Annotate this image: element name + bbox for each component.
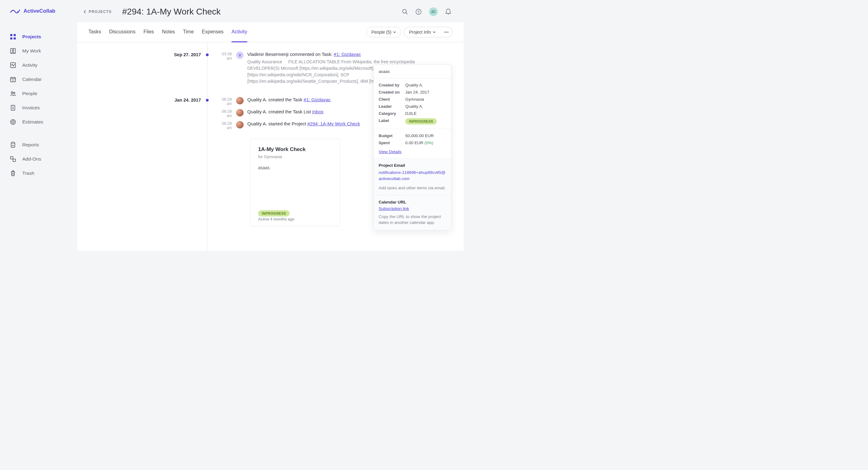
event-link[interactable]: Inbox (312, 109, 323, 114)
breadcrumb[interactable]: PROJECTS (84, 9, 112, 14)
project-email[interactable]: notifications-118696+ahup89cv85@activeco… (379, 170, 446, 182)
info-key-spent: Spent (379, 140, 405, 145)
project-card-label: INPROGRESS (258, 210, 290, 216)
nav-item-calendar[interactable]: 25Calendar (10, 72, 77, 87)
event-link[interactable]: #1: Gizdavac (334, 52, 361, 57)
svg-point-34 (444, 32, 445, 32)
nav-item-invoices[interactable]: $Invoices (10, 101, 77, 115)
svg-point-35 (446, 32, 447, 32)
info-val-budget: 50,000.00 EUR (405, 133, 446, 138)
bell-icon[interactable] (445, 8, 451, 15)
nav-item-add-ons[interactable]: Add-Ons (10, 152, 77, 166)
chevron-down-icon (393, 31, 396, 33)
project-card-active: Active 4 months ago (258, 217, 332, 222)
nav-label: Calendar (22, 76, 42, 82)
tab-time[interactable]: Time (183, 22, 194, 42)
event-time: 03:38am (213, 52, 232, 61)
info-key-budget: Budget (379, 133, 405, 138)
search-icon[interactable] (402, 9, 408, 15)
tab-tasks[interactable]: Tasks (88, 22, 101, 42)
info-key-leader: Leader (379, 104, 405, 109)
more-actions-button[interactable] (440, 27, 453, 37)
svg-text:25: 25 (12, 79, 14, 81)
sidebar: ActiveCollab ProjectsMy WorkActivity25Ca… (0, 0, 77, 251)
info-val-leader: Quality A. (405, 104, 446, 109)
nav-label: My Work (22, 48, 41, 54)
calendar-icon: 25 (10, 76, 16, 82)
event-link[interactable]: #1: Gizdavac (304, 97, 331, 102)
calendar-url-hint: Copy the URL to show the project dates i… (379, 214, 446, 226)
nav-item-activity[interactable]: Activity (10, 58, 77, 72)
tab-activity[interactable]: Activity (231, 22, 247, 42)
people-dropdown[interactable]: People (5) (366, 27, 402, 37)
nav-label: Add-Ons (22, 156, 41, 162)
project-card-title: 1A-My Work Check (258, 146, 332, 153)
chevron-left-icon (84, 10, 86, 13)
nav-item-people[interactable]: People (10, 87, 77, 101)
project-email-hint: Add tasks and other items via email. (379, 185, 446, 191)
info-key-label: Label (379, 118, 405, 125)
info-val-spent: 0.00 EUR (0%) (405, 140, 446, 145)
event-link[interactable]: #294: 1A-My Work Check (307, 121, 360, 126)
svg-point-7 (12, 50, 14, 51)
trash-icon (10, 170, 16, 176)
breadcrumb-label: PROJECTS (89, 9, 112, 14)
content-card: TasksDiscussionsFilesNotesTimeExpensesAc… (77, 22, 464, 251)
brand-name: ActiveCollab (24, 8, 55, 14)
user-avatar[interactable]: ZC (429, 7, 438, 16)
invoices-icon: $ (10, 105, 16, 111)
addons-icon (10, 156, 16, 162)
info-val-created-by: Quality A. (405, 83, 446, 88)
header-actions: ? ZC (402, 7, 451, 16)
subscription-link[interactable]: Subscription link (379, 206, 409, 211)
event-avatar (236, 121, 244, 129)
header: PROJECTS #294: 1A-My Work Check ? ZC (77, 0, 464, 22)
event-avatar (236, 97, 244, 104)
info-val-label: INPROGRESS (405, 118, 446, 125)
event-text: Quality A. created the Task List Inbox (247, 109, 323, 114)
svg-point-36 (447, 32, 448, 32)
nav-list: ProjectsMy WorkActivity25CalendarPeople$… (10, 30, 77, 180)
svg-point-14 (11, 92, 13, 94)
main: PROJECTS #294: 1A-My Work Check ? ZC Tas… (77, 0, 464, 251)
event-avatar (236, 109, 244, 116)
event-text: Vladimir Besermenji commented on Task: #… (247, 52, 445, 57)
tab-files[interactable]: Files (144, 22, 154, 42)
event-avatar: V (236, 52, 244, 59)
estimates-icon (10, 119, 16, 125)
svg-rect-5 (13, 37, 16, 39)
tab-notes[interactable]: Notes (162, 22, 175, 42)
info-description: asaas (379, 69, 446, 74)
reports-icon (10, 142, 16, 148)
info-key-category: Category (379, 111, 405, 116)
project-card[interactable]: 1A-My Work Check for Gymnasia asaas INPR… (250, 139, 340, 226)
svg-rect-26 (10, 157, 13, 159)
svg-text:$: $ (12, 106, 14, 110)
nav-label: Projects (22, 34, 41, 39)
nav-item-my-work[interactable]: My Work (10, 44, 77, 58)
svg-rect-27 (13, 159, 16, 162)
project-info-dropdown[interactable]: Project Info (404, 27, 440, 37)
nav-item-projects[interactable]: Projects (10, 30, 77, 44)
svg-line-31 (406, 13, 407, 14)
info-key-created-by: Created by (379, 83, 405, 88)
nav-item-trash[interactable]: Trash (10, 166, 77, 180)
people-icon (10, 91, 16, 97)
tab-expenses[interactable]: Expenses (202, 22, 223, 42)
nav-item-reports[interactable]: Reports (10, 138, 77, 152)
help-icon[interactable]: ? (415, 9, 422, 15)
nav-item-estimates[interactable]: Estimates (10, 115, 77, 129)
info-key-created-on: Created on (379, 90, 405, 95)
svg-rect-3 (13, 34, 16, 36)
view-details-link[interactable]: View Details (379, 149, 402, 154)
event-text: Quality A. started the Project #294: 1A-… (247, 121, 360, 126)
page-title: #294: 1A-My Work Check (122, 7, 221, 17)
project-card-client: for Gymnasia (258, 155, 332, 159)
projects-icon (10, 34, 16, 40)
event-time: 06:28am (213, 109, 232, 118)
tabs-row: TasksDiscussionsFilesNotesTimeExpensesAc… (77, 22, 464, 42)
brand-logo[interactable]: ActiveCollab (10, 7, 77, 15)
svg-rect-4 (10, 37, 12, 39)
event-content: Quality A. created the Task List Inbox (247, 109, 323, 114)
tab-discussions[interactable]: Discussions (109, 22, 135, 42)
